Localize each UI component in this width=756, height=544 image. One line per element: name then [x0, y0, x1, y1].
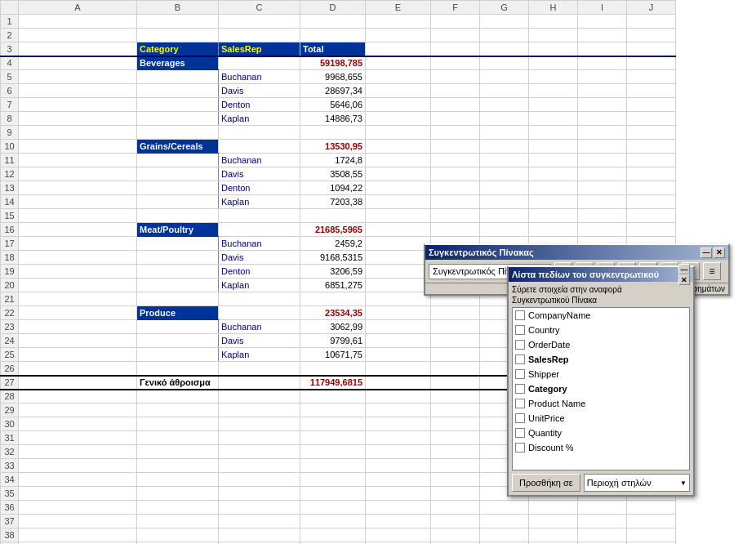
cell-24-B[interactable]: [137, 334, 219, 348]
cell-11-H[interactable]: [529, 154, 578, 167]
cell-33-E[interactable]: [366, 459, 431, 473]
cell-5-J[interactable]: [627, 70, 676, 84]
cell-35-C[interactable]: [219, 487, 300, 501]
cell-32-F[interactable]: [431, 445, 480, 459]
cell-13-A[interactable]: [19, 181, 137, 195]
cell-3-B[interactable]: Category: [137, 42, 219, 56]
cell-38-H[interactable]: [529, 528, 578, 542]
cell-6-D[interactable]: 28697,34: [300, 84, 366, 98]
cell-1-A[interactable]: [19, 15, 137, 29]
cell-7-J[interactable]: [627, 98, 676, 112]
cell-7-I[interactable]: [578, 98, 627, 112]
cell-2-J[interactable]: [627, 29, 676, 42]
cell-16-E[interactable]: [366, 223, 431, 237]
cell-21-D[interactable]: [300, 292, 366, 306]
cell-32-E[interactable]: [366, 445, 431, 459]
field-list-scroll-area[interactable]: CompanyNameCountryOrderDateSalesRepShipp…: [512, 307, 690, 470]
cell-6-I[interactable]: [578, 84, 627, 98]
cell-2-H[interactable]: [529, 29, 578, 42]
field-checkbox-1[interactable]: [515, 325, 525, 335]
cell-12-J[interactable]: [627, 167, 676, 181]
col-header-a[interactable]: A: [19, 1, 137, 15]
cell-4-H[interactable]: [529, 56, 578, 70]
cell-4-B[interactable]: Beverages: [137, 56, 219, 70]
cell-2-E[interactable]: [366, 29, 431, 42]
cell-16-J[interactable]: [627, 223, 676, 237]
cell-22-C[interactable]: [219, 306, 300, 320]
cell-3-H[interactable]: [529, 42, 578, 56]
cell-26-F[interactable]: [431, 362, 480, 376]
cell-18-C[interactable]: Davis: [219, 251, 300, 265]
cell-16-G[interactable]: [480, 223, 529, 237]
cell-14-D[interactable]: 7203,38: [300, 195, 366, 209]
col-header-c[interactable]: C: [219, 1, 300, 15]
cell-32-D[interactable]: [300, 445, 366, 459]
cell-26-A[interactable]: [19, 362, 137, 376]
field-item-6[interactable]: Product Name: [513, 396, 689, 411]
cell-37-D[interactable]: [300, 515, 366, 528]
cell-9-H[interactable]: [529, 126, 578, 140]
toolbar-btn-8[interactable]: ≡: [703, 262, 721, 280]
cell-34-A[interactable]: [19, 473, 137, 487]
cell-8-J[interactable]: [627, 112, 676, 126]
cell-37-I[interactable]: [578, 515, 627, 528]
cell-24-A[interactable]: [19, 334, 137, 348]
cell-9-F[interactable]: [431, 126, 480, 140]
cell-20-E[interactable]: [366, 279, 431, 292]
cell-25-C[interactable]: Kaplan: [219, 348, 300, 362]
cell-36-G[interactable]: [480, 501, 529, 515]
cell-6-G[interactable]: [480, 84, 529, 98]
cell-19-D[interactable]: 3206,59: [300, 265, 366, 279]
cell-11-B[interactable]: [137, 154, 219, 167]
cell-13-I[interactable]: [578, 181, 627, 195]
cell-4-C[interactable]: [219, 56, 300, 70]
cell-11-I[interactable]: [578, 154, 627, 167]
cell-26-C[interactable]: [219, 362, 300, 376]
cell-27-B[interactable]: Γενικό άθροισμα: [137, 376, 219, 390]
cell-11-E[interactable]: [366, 154, 431, 167]
cell-38-G[interactable]: [480, 528, 529, 542]
cell-32-B[interactable]: [137, 445, 219, 459]
cell-5-I[interactable]: [578, 70, 627, 84]
cell-11-J[interactable]: [627, 154, 676, 167]
cell-37-B[interactable]: [137, 515, 219, 528]
cell-35-A[interactable]: [19, 487, 137, 501]
cell-12-B[interactable]: [137, 167, 219, 181]
cell-10-E[interactable]: [366, 140, 431, 154]
cell-36-D[interactable]: [300, 501, 366, 515]
cell-7-A[interactable]: [19, 98, 137, 112]
cell-28-C[interactable]: [219, 390, 300, 404]
cell-31-A[interactable]: [19, 431, 137, 445]
cell-30-D[interactable]: [300, 417, 366, 431]
cell-36-F[interactable]: [431, 501, 480, 515]
cell-7-D[interactable]: 5646,06: [300, 98, 366, 112]
cell-20-B[interactable]: [137, 279, 219, 292]
cell-10-F[interactable]: [431, 140, 480, 154]
cell-1-H[interactable]: [529, 15, 578, 29]
cell-33-F[interactable]: [431, 459, 480, 473]
cell-31-D[interactable]: [300, 431, 366, 445]
cell-16-D[interactable]: 21685,5965: [300, 223, 366, 237]
cell-38-F[interactable]: [431, 528, 480, 542]
cell-6-C[interactable]: Davis: [219, 84, 300, 98]
cell-27-E[interactable]: [366, 376, 431, 390]
cell-10-C[interactable]: [219, 140, 300, 154]
cell-28-B[interactable]: [137, 390, 219, 404]
cell-10-B[interactable]: Grains/Cereals: [137, 140, 219, 154]
cell-28-A[interactable]: [19, 390, 137, 404]
col-header-j[interactable]: J: [627, 1, 676, 15]
cell-16-C[interactable]: [219, 223, 300, 237]
cell-12-A[interactable]: [19, 167, 137, 181]
cell-4-D[interactable]: 59198,785: [300, 56, 366, 70]
cell-10-G[interactable]: [480, 140, 529, 154]
cell-37-H[interactable]: [529, 515, 578, 528]
cell-22-D[interactable]: 23534,35: [300, 306, 366, 320]
col-header-g[interactable]: G: [480, 1, 529, 15]
cell-5-E[interactable]: [366, 70, 431, 84]
cell-15-F[interactable]: [431, 209, 480, 223]
cell-21-E[interactable]: [366, 292, 431, 306]
field-item-2[interactable]: OrderDate: [513, 337, 689, 352]
cell-8-B[interactable]: [137, 112, 219, 126]
cell-4-E[interactable]: [366, 56, 431, 70]
cell-7-C[interactable]: Denton: [219, 98, 300, 112]
